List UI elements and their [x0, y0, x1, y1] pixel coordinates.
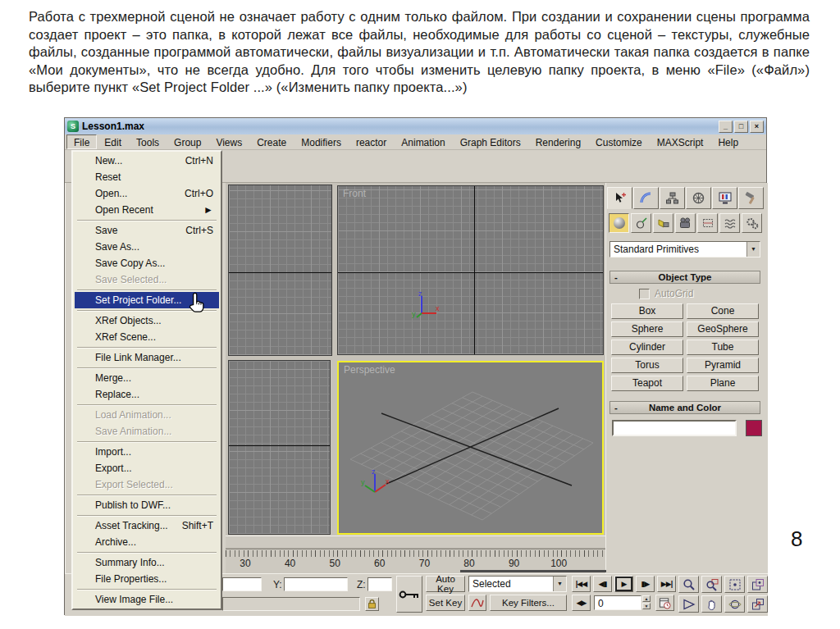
zoom-button[interactable]: [678, 576, 699, 593]
file-menu-item-summary-info[interactable]: Summary Info...: [74, 554, 220, 571]
file-menu-item-file-link-manager[interactable]: File Link Manager...: [74, 349, 220, 366]
selection-set-dropdown[interactable]: Selected ▼: [468, 576, 567, 592]
create-systems-button[interactable]: [742, 213, 762, 233]
z-coordinate-field[interactable]: [368, 577, 392, 591]
create-geometry-button[interactable]: [609, 213, 629, 233]
menu-animation[interactable]: Animation: [394, 134, 452, 149]
file-menu-item-file-properties[interactable]: File Properties...: [74, 571, 220, 587]
create-box-button[interactable]: Box: [611, 303, 683, 319]
file-menu-item-save-as[interactable]: Save As...: [74, 239, 220, 255]
next-frame-button[interactable]: ▮▶: [636, 576, 655, 592]
primitive-category-dropdown[interactable]: Standard Primitives ▼: [609, 241, 760, 258]
autogrid-checkbox[interactable]: [639, 289, 650, 299]
play-button[interactable]: ▶: [614, 576, 633, 592]
file-menu-item-archive[interactable]: Archive...: [74, 534, 220, 550]
file-menu-item-save-copy-as[interactable]: Save Copy As...: [74, 255, 220, 271]
min-max-toggle-button[interactable]: [747, 595, 768, 613]
time-slider-track[interactable]: [226, 536, 605, 549]
field-of-view-button[interactable]: [678, 595, 699, 613]
minimize-icon[interactable]: _: [719, 121, 733, 133]
tab-create[interactable]: [607, 187, 632, 209]
chevron-down-icon[interactable]: ▼: [746, 242, 760, 257]
frame-spinner[interactable]: ▲ ▼: [642, 595, 651, 609]
title-bar[interactable]: S Lesson1.max _ □ ×: [65, 118, 766, 134]
menu-create[interactable]: Create: [249, 134, 294, 149]
create-cylinder-button[interactable]: Cylinder: [611, 340, 683, 355]
menu-help[interactable]: Help: [710, 134, 746, 149]
menu-reactor[interactable]: reactor: [349, 134, 394, 149]
file-menu-item-merge[interactable]: Merge...: [74, 370, 220, 386]
keyboard-shortcut-key-button[interactable]: [396, 576, 422, 613]
set-key-button[interactable]: Set Key: [426, 595, 465, 611]
create-plane-button[interactable]: Plane: [687, 376, 759, 391]
file-menu-item-open-recent[interactable]: Open Recent►: [74, 202, 220, 218]
zoom-extents-button[interactable]: [724, 576, 745, 593]
file-menu-item-load-animation[interactable]: Load Animation...: [74, 407, 220, 423]
create-torus-button[interactable]: Torus: [611, 358, 683, 373]
restore-icon[interactable]: □: [734, 121, 748, 133]
menu-rendering[interactable]: Rendering: [528, 134, 588, 149]
menu-group[interactable]: Group: [167, 134, 208, 149]
create-sphere-button[interactable]: Sphere: [611, 321, 683, 337]
file-menu-item-publish-to-dwf[interactable]: Publish to DWF...: [74, 497, 220, 513]
y-coordinate-field[interactable]: [284, 577, 348, 591]
menu-maxscript[interactable]: MAXScript: [650, 134, 711, 149]
file-menu-item-new[interactable]: New...Ctrl+N: [74, 153, 220, 169]
current-frame-field[interactable]: 0: [594, 595, 641, 610]
create-teapot-button[interactable]: Teapot: [611, 376, 683, 391]
pan-view-button[interactable]: [701, 595, 722, 613]
file-menu-item-replace[interactable]: Replace...: [74, 386, 220, 403]
file-menu-item-open[interactable]: Open...Ctrl+O: [74, 185, 220, 202]
create-lights-button[interactable]: [653, 213, 673, 233]
create-shapes-button[interactable]: [631, 213, 651, 233]
key-filters-button[interactable]: Key Filters...: [490, 595, 567, 611]
arc-rotate-button[interactable]: [724, 595, 745, 613]
object-color-swatch[interactable]: [746, 420, 762, 436]
viewport-perspective[interactable]: Perspective z x y: [337, 361, 604, 535]
viewport-left[interactable]: [228, 360, 331, 535]
create-cone-button[interactable]: Cone: [687, 303, 759, 319]
zoom-extents-all-button[interactable]: [747, 576, 768, 593]
menu-tools[interactable]: Tools: [129, 134, 167, 149]
time-configuration-button[interactable]: [655, 595, 674, 611]
viewport-label-perspective[interactable]: Perspective: [344, 364, 395, 376]
create-pyramid-button[interactable]: Pyramid: [687, 358, 759, 373]
file-menu-item-view-image-file[interactable]: View Image File...: [74, 591, 220, 608]
auto-key-button[interactable]: Auto Key: [426, 576, 465, 592]
menu-modifiers[interactable]: Modifiers: [294, 134, 349, 149]
close-icon[interactable]: ×: [750, 121, 764, 133]
rollout-name-and-color[interactable]: - Name and Color: [609, 401, 760, 414]
menu-edit[interactable]: Edit: [97, 134, 129, 149]
viewport-front[interactable]: Front z x y: [337, 185, 604, 355]
tab-modify[interactable]: [633, 187, 659, 209]
menu-views[interactable]: Views: [208, 134, 249, 149]
file-menu-item-save[interactable]: SaveCtrl+S: [74, 222, 220, 239]
tab-utilities[interactable]: [738, 187, 764, 209]
create-helpers-button[interactable]: [697, 213, 718, 233]
viewport-label-front[interactable]: Front: [343, 188, 366, 199]
go-to-end-button[interactable]: ▶▶|: [657, 576, 676, 592]
file-menu-item-asset-tracking[interactable]: Asset Tracking...Shift+T: [74, 517, 220, 534]
menu-file[interactable]: File: [66, 134, 97, 149]
create-spacewarps-button[interactable]: [719, 213, 740, 233]
tab-motion[interactable]: [686, 187, 711, 209]
x-coordinate-field[interactable]: [222, 577, 262, 591]
tab-display[interactable]: [712, 187, 737, 209]
file-menu-item-import[interactable]: Import...: [74, 444, 220, 460]
chevron-down-icon[interactable]: ▼: [553, 577, 566, 591]
go-to-start-button[interactable]: |◀◀: [572, 576, 591, 592]
rollout-object-type[interactable]: - Object Type: [609, 271, 760, 284]
create-geosphere-button[interactable]: GeoSphere: [687, 321, 759, 337]
create-tube-button[interactable]: Tube: [687, 340, 759, 355]
file-menu-item-xref-scene[interactable]: XRef Scene...: [74, 329, 220, 345]
viewport-top[interactable]: [228, 185, 332, 356]
object-name-field[interactable]: [612, 420, 737, 436]
tab-hierarchy[interactable]: [660, 187, 685, 209]
file-menu-item-export-selected[interactable]: Export Selected...: [74, 476, 220, 493]
default-in-out-tangents-button[interactable]: [468, 595, 486, 611]
menu-customize[interactable]: Customize: [588, 134, 650, 149]
previous-frame-button[interactable]: ◀▮: [593, 576, 612, 592]
file-menu-item-save-animation[interactable]: Save Animation...: [74, 423, 220, 440]
create-cameras-button[interactable]: [675, 213, 696, 233]
file-menu-item-export[interactable]: Export...: [74, 460, 220, 476]
